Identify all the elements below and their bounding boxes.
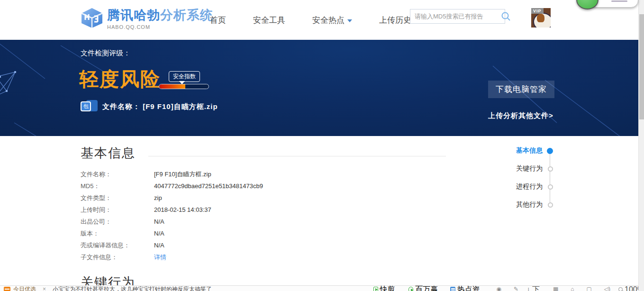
nav-item-home[interactable]: 首页 (210, 15, 226, 26)
table-row: 文件类型：zip (81, 192, 263, 204)
side-nav-dot (547, 148, 553, 154)
scrollbar-thumb[interactable] (639, 14, 644, 119)
table-row: 子文件信息：详情 (81, 251, 263, 263)
avatar-photo-detail (537, 14, 544, 22)
report-body: 基本信息 文件名称：[F9 F10]自瞄方框.zip MD5：4047772c9… (0, 136, 638, 285)
nav-item-upload-history[interactable]: 上传历史 (379, 15, 411, 26)
floating-widget-caption (611, 0, 627, 2)
file-name-label: 文件名称： (102, 102, 140, 110)
download-manager-button[interactable]: ↓下载 (526, 286, 545, 291)
chevron-down-icon (347, 19, 352, 22)
side-nav-dot (548, 184, 553, 190)
nav-item-security-hotspots[interactable]: 安全热点 (312, 15, 352, 26)
download-pc-manager-button[interactable]: 下载电脑管家 (488, 81, 554, 98)
md5-search-input[interactable] (410, 13, 500, 20)
daily-picks-label[interactable]: 今日优选 (13, 286, 36, 291)
close-icon[interactable]: × (43, 286, 46, 291)
rating-label: 文件检测评级： (81, 49, 130, 58)
side-nav-item-process-behavior[interactable]: 进程行为 (509, 178, 553, 196)
user-avatar[interactable]: VIP (531, 8, 551, 27)
file-name-value: [F9 F10]自瞄方框.zip (143, 102, 218, 110)
volume-icon[interactable]: ◁) (604, 286, 610, 291)
section-divider (148, 156, 446, 156)
pen-icon[interactable]: ✎ (514, 286, 518, 291)
security-index-bar (159, 84, 209, 89)
logo-text: 腾讯哈勃分析系统 HABO.QQ.COM (107, 8, 213, 30)
search-icon[interactable] (500, 10, 512, 23)
hot-news-shortcut[interactable]: 热点资讯 (450, 286, 484, 291)
magnifier-icon (618, 287, 623, 291)
security-index-tooltip: 安全指数 (169, 71, 200, 82)
site-title: 腾讯哈勃分析系统 (107, 8, 213, 23)
millionaire-icon (408, 287, 414, 291)
quick-clip-shortcut[interactable]: 快剪报 (373, 286, 400, 291)
side-nav-dot (548, 166, 553, 172)
side-nav-item-other-behavior[interactable]: 其他行为 (509, 196, 553, 214)
site-domain: HABO.QQ.COM (107, 24, 213, 30)
windows-grid-icon[interactable]: ▦ (553, 286, 558, 291)
side-nav-item-basic-info[interactable]: 基本信息 (509, 142, 553, 160)
subfile-detail-link[interactable]: 详情 (154, 253, 166, 262)
page: 腾讯哈勃分析系统 HABO.QQ.COM 首页 安全工具 安全热点 上传历史 V… (0, 0, 644, 291)
home-icon[interactable]: ⌂ (571, 286, 574, 291)
upload-other-file-link[interactable]: 上传分析其他文件> (488, 111, 553, 120)
site-logo[interactable]: 腾讯哈勃分析系统 HABO.QQ.COM (81, 8, 213, 30)
table-row: 文件名称：[F9 F10]自瞄方框.zip (81, 168, 263, 180)
millionaire-shortcut[interactable]: 百万赢家 (408, 286, 442, 291)
side-nav-dot (548, 202, 553, 208)
quick-clip-icon (373, 287, 378, 291)
hero-file-row: 包 文件名称： [F9 F10]自瞄方框.zip (81, 100, 218, 113)
table-row: 版本：N/A (81, 227, 263, 239)
habo-cube-icon (81, 8, 103, 28)
hot-news-icon (450, 287, 455, 291)
browser-bottom-bar: 今日优选 × 小宝宝为不打针甚至拉大，这几种宝宝打针时的神反应太搞笑了 快剪报 … (0, 285, 644, 291)
md5-search-box (410, 9, 505, 24)
download-arrow-icon: ↓ (526, 286, 530, 291)
zip-file-icon: 包 (81, 100, 98, 113)
extension-icon[interactable]: ◉ (497, 286, 501, 291)
nav-item-security-tools[interactable]: 安全工具 (253, 15, 285, 26)
report-hero: 文件检测评级： 轻度风险 安全指数 包 文件名称： [F9 F10]自瞄方框.z… (0, 40, 638, 136)
sidebar-toggle-icon[interactable]: ▢ (586, 286, 591, 291)
site-header: 腾讯哈勃分析系统 HABO.QQ.COM 首页 安全工具 安全热点 上传历史 V… (0, 0, 638, 40)
daily-picks-icon (4, 287, 10, 291)
news-headline-link[interactable]: 小宝宝为不打针甚至拉大，这几种宝宝打针时的神反应太搞笑了 (53, 286, 212, 291)
security-bar-fill (159, 84, 185, 89)
table-row: 出品公司：N/A (81, 216, 263, 227)
side-nav-item-key-behavior[interactable]: 关键行为 (509, 160, 553, 178)
section-side-nav: 基本信息 关键行为 进程行为 其他行为 (509, 142, 553, 214)
table-row: 壳或编译器信息：N/A (81, 239, 263, 251)
basic-info-title: 基本信息 (81, 145, 136, 162)
table-row: MD5：4047772c9dbaed7251e51b3481473cb9 (81, 180, 263, 192)
basic-info-table: 文件名称：[F9 F10]自瞄方框.zip MD5：4047772c9dbaed… (81, 168, 263, 263)
browser-toolbar: 快剪报 百万赢家 热点资讯 ◉ ✎ ↓下载 ▦ ⌂ ▢ ◁) 100% (373, 286, 644, 291)
table-row: 上传时间：2018-02-15 14:03:37 (81, 204, 263, 216)
main-nav: 首页 安全工具 安全热点 上传历史 (210, 0, 411, 40)
scrollbar-track[interactable] (638, 0, 644, 291)
vip-badge: VIP (531, 8, 544, 14)
risk-rating-value: 轻度风险 (79, 66, 161, 92)
